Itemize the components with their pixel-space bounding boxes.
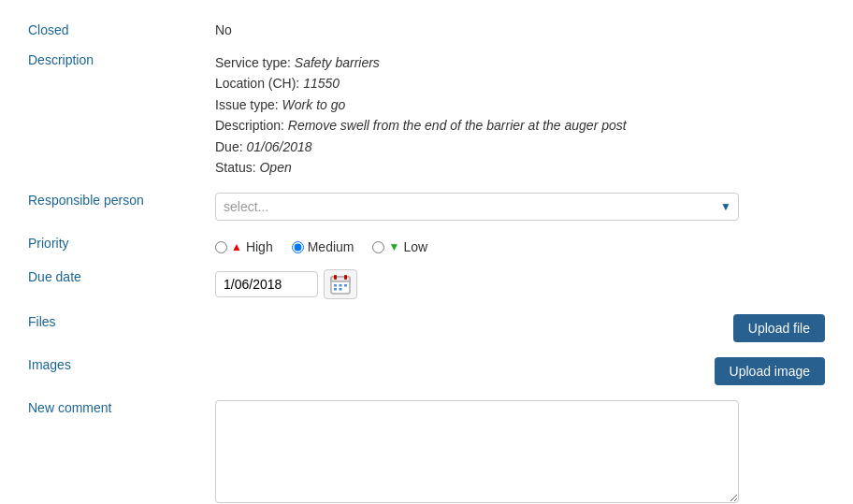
priority-row: Priority ▲ High Medium ▼ Low <box>22 228 831 262</box>
closed-row: Closed No <box>22 15 831 45</box>
due-date-input[interactable] <box>215 271 318 297</box>
upload-file-button[interactable]: Upload file <box>733 314 825 342</box>
priority-option-medium[interactable]: Medium <box>292 239 354 254</box>
new-comment-cell <box>210 393 831 504</box>
responsible-person-label: Responsible person <box>22 185 210 228</box>
new-comment-textarea[interactable] <box>215 400 739 503</box>
service-type-label: Service type: <box>215 55 291 70</box>
priority-group: ▲ High Medium ▼ Low <box>215 236 825 254</box>
description-value: Service type: Safety barriers Location (… <box>210 45 831 185</box>
images-row: Images Upload image <box>22 350 831 393</box>
service-type-value: Safety barriers <box>295 55 380 70</box>
priority-high-label: High <box>246 239 273 254</box>
upload-image-button[interactable]: Upload image <box>715 357 825 385</box>
responsible-select[interactable]: select... <box>215 193 739 221</box>
due-date-row: Due date <box>22 262 831 307</box>
description-row: Description Service type: Safety barrier… <box>22 45 831 185</box>
responsible-person-cell: select... ▼ <box>210 185 831 228</box>
issue-type-label: Issue type: <box>215 97 279 112</box>
due-value: 01/06/2018 <box>246 139 311 154</box>
svg-rect-4 <box>334 284 337 287</box>
svg-rect-6 <box>344 284 347 287</box>
svg-rect-3 <box>344 275 347 280</box>
due-date-cell <box>210 262 831 307</box>
priority-medium-label: Medium <box>308 239 354 254</box>
new-comment-row: New comment <box>22 393 831 504</box>
due-date-label: Due date <box>22 262 210 307</box>
responsible-person-row: Responsible person select... ▼ <box>22 185 831 228</box>
location-label: Location (CH): <box>215 76 299 91</box>
priority-option-high[interactable]: ▲ High <box>215 239 273 254</box>
priority-radio-low[interactable] <box>372 241 384 253</box>
priority-cell: ▲ High Medium ▼ Low <box>210 228 831 262</box>
svg-rect-8 <box>340 288 342 291</box>
priority-radio-high[interactable] <box>215 241 227 253</box>
new-comment-label: New comment <box>22 393 210 504</box>
closed-label: Closed <box>22 15 210 45</box>
calendar-button[interactable] <box>324 269 357 299</box>
location-value: 11550 <box>303 76 340 91</box>
svg-rect-7 <box>334 288 337 291</box>
arrow-down-icon: ▼ <box>388 240 399 253</box>
files-label: Files <box>22 307 210 350</box>
responsible-select-wrapper: select... ▼ <box>215 193 739 221</box>
priority-low-label: Low <box>403 239 427 254</box>
svg-rect-2 <box>334 275 337 280</box>
arrow-up-icon: ▲ <box>231 240 242 253</box>
files-row: Files Upload file <box>22 307 831 350</box>
status-label: Status: <box>215 160 256 175</box>
files-cell: Upload file <box>210 307 831 350</box>
svg-rect-5 <box>340 284 342 287</box>
form-table: Closed No Description Service type: Safe… <box>22 15 831 504</box>
images-label: Images <box>22 350 210 393</box>
due-label: Due: <box>215 139 243 154</box>
closed-value: No <box>210 15 831 45</box>
priority-option-low[interactable]: ▼ Low <box>372 239 427 254</box>
desc-label: Description: <box>215 118 284 133</box>
due-date-wrapper <box>215 269 825 299</box>
issue-type-value: Work to go <box>282 97 346 112</box>
images-cell: Upload image <box>210 350 831 393</box>
description-label: Description <box>22 45 210 185</box>
priority-radio-medium[interactable] <box>292 241 304 253</box>
priority-label: Priority <box>22 228 210 262</box>
calendar-icon <box>330 274 351 295</box>
desc-value: Remove swell from the end of the barrier… <box>288 118 627 133</box>
status-value: Open <box>259 160 291 175</box>
